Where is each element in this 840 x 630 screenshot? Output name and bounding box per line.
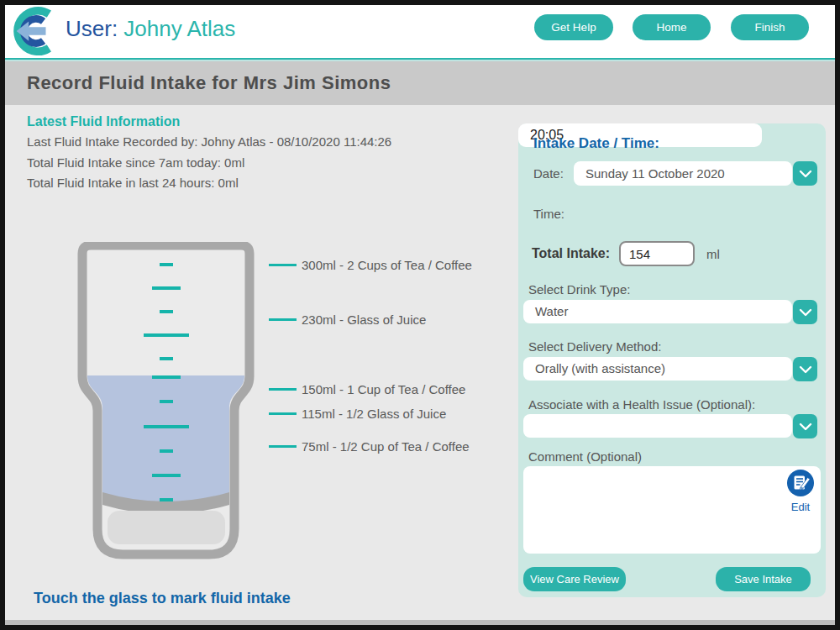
scale-label-300ml: 300ml - 2 Cups of Tea / Coffee (269, 256, 472, 273)
delivery-method-field[interactable]: Orally (with assistance) (523, 357, 792, 381)
scale-label-115ml: 115ml - 1/2 Glass of Juice (269, 405, 446, 422)
finish-button[interactable]: Finish (731, 14, 809, 40)
header-bar: User: Johny Atlas Get Help Home Finish (5, 5, 835, 57)
intake-datetime-heading: Intake Date / Time: (533, 135, 659, 152)
user-name: Johny Atlas (123, 16, 235, 41)
total-intake-input[interactable] (619, 241, 695, 266)
edit-icon (787, 470, 814, 496)
user-line: User: Johny Atlas (66, 16, 235, 42)
health-issue-field[interactable] (523, 414, 792, 438)
comment-label: Comment (Optional) (528, 449, 642, 464)
touch-glass-instruction: Touch the glass to mark fluid intake (34, 590, 291, 607)
bottom-strip (5, 620, 835, 625)
chevron-down-icon (799, 308, 812, 317)
intake-form-panel: Intake Date / Time: Date: Sunday 11 Octo… (518, 123, 826, 597)
total-intake-label: Total Intake: (532, 246, 610, 261)
scale-dash-icon (269, 388, 297, 391)
chevron-down-icon (799, 365, 812, 374)
fluid-info-last-24h: Total Fluid Intake in last 24 hours: 0ml (27, 176, 239, 190)
chevron-down-icon (799, 423, 812, 431)
drink-type-label: Select Drink Type: (528, 282, 630, 297)
save-intake-button[interactable]: Save Intake (716, 567, 811, 591)
scale-label-150ml: 150ml - 1 Cup of Tea / Coffee (269, 381, 465, 397)
time-label: Time: (533, 207, 564, 221)
drink-type-field[interactable]: Water (523, 300, 792, 323)
scale-dash-icon (269, 445, 297, 448)
scale-dash-icon (269, 412, 297, 415)
fluid-info-since-7am: Total Fluid Intake since 7am today: 0ml (27, 155, 244, 170)
view-care-review-button[interactable]: View Care Review (523, 567, 626, 591)
date-label: Date: (533, 166, 564, 181)
app-logo-icon (7, 5, 59, 58)
health-issue-label: Associate with a Health Issue (Optional)… (528, 397, 755, 412)
date-dropdown-button[interactable] (793, 161, 817, 186)
title-bar: Record Fluid Intake for Mrs Jim Simons (5, 61, 835, 105)
date-field[interactable]: Sunday 11 October 2020 (574, 161, 792, 186)
total-intake-unit: ml (706, 247, 720, 261)
drink-type-dropdown-button[interactable] (793, 300, 817, 324)
get-help-button[interactable]: Get Help (534, 14, 613, 40)
comment-edit-control[interactable]: Edit (784, 470, 817, 513)
page-title: Record Fluid Intake for Mrs Jim Simons (27, 72, 391, 94)
scale-dash-icon (269, 318, 297, 321)
comment-textarea[interactable] (523, 466, 821, 554)
chevron-down-icon (799, 170, 812, 178)
delivery-method-dropdown-button[interactable] (793, 357, 817, 381)
glass-base (108, 511, 225, 544)
glass-liquid-fill (87, 375, 244, 503)
fluid-info-last-recorded: Last Fluid Intake Recorded by: Johny Atl… (27, 134, 391, 149)
app-content: User: Johny Atlas Get Help Home Finish R… (5, 5, 835, 625)
app-window: User: Johny Atlas Get Help Home Finish R… (0, 0, 840, 630)
scale-label-75ml: 75ml - 1/2 Cup of Tea / Coffee (269, 438, 470, 454)
scale-dash-icon (269, 264, 297, 266)
user-label: User: (66, 16, 118, 41)
delivery-method-label: Select Delivery Method: (528, 339, 661, 354)
fluid-info-heading: Latest Fluid Information (27, 114, 180, 129)
health-issue-dropdown-button[interactable] (793, 414, 817, 438)
scale-label-230ml: 230ml - Glass of Juice (269, 311, 426, 328)
edit-label: Edit (784, 501, 817, 513)
home-button[interactable]: Home (633, 14, 711, 40)
fluid-glass-graphic[interactable] (77, 242, 255, 565)
